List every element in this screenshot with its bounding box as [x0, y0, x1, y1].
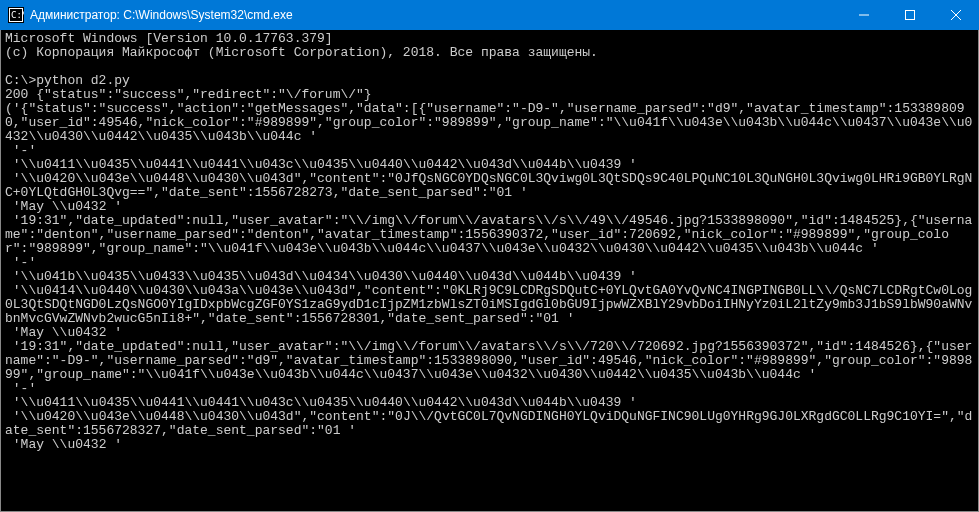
cmd-icon: C:\ [8, 7, 24, 23]
maximize-button[interactable] [887, 0, 933, 30]
close-button[interactable] [933, 0, 979, 30]
console-line: '\\u041b\\u0435\\u0433\\u0435\\u043d\\u0… [5, 269, 637, 284]
console-line: (c) Корпорация Майкрософт (Microsoft Cor… [5, 45, 598, 60]
window-controls [841, 0, 979, 30]
console-line: '-' [5, 381, 36, 396]
console-line: '19:31","date_updated":null,"user_avatar… [5, 213, 972, 256]
minimize-button[interactable] [841, 0, 887, 30]
console-line: '-' [5, 143, 36, 158]
console-line: '19:31","date_updated":null,"user_avatar… [5, 339, 972, 382]
console-line: '\\u0411\\u0435\\u0441\\u0441\\u043c\\u0… [5, 157, 637, 172]
console-line: '-' [5, 255, 36, 270]
svg-text:C:\: C:\ [11, 10, 24, 20]
console-line: ('{"status":"success","action":"getMessa… [5, 101, 972, 144]
window-title: Администратор: C:\Windows\System32\cmd.e… [30, 8, 841, 22]
console-output[interactable]: Microsoft Windows [Version 10.0.17763.37… [0, 30, 979, 512]
console-line: 200 {"status":"success","redirect":"\/fo… [5, 87, 372, 102]
console-line: '\\u0420\\u043e\\u0448\\u0430\\u043d","c… [5, 409, 972, 438]
console-line: Microsoft Windows [Version 10.0.17763.37… [5, 31, 333, 46]
console-prompt-line: C:\>python d2.py [5, 73, 130, 88]
console-line: 'May \\u0432 ' [5, 437, 122, 452]
console-line: '\\u0420\\u043e\\u0448\\u0430\\u043d","c… [5, 171, 972, 200]
console-line: '\\u0414\\u0440\\u0430\\u043a\\u043e\\u0… [5, 283, 972, 326]
window-titlebar[interactable]: C:\ Администратор: C:\Windows\System32\c… [0, 0, 979, 30]
svg-rect-5 [906, 11, 915, 20]
console-line: 'May \\u0432 ' [5, 199, 122, 214]
console-line: 'May \\u0432 ' [5, 325, 122, 340]
console-line: '\\u0411\\u0435\\u0441\\u0441\\u043c\\u0… [5, 395, 637, 410]
